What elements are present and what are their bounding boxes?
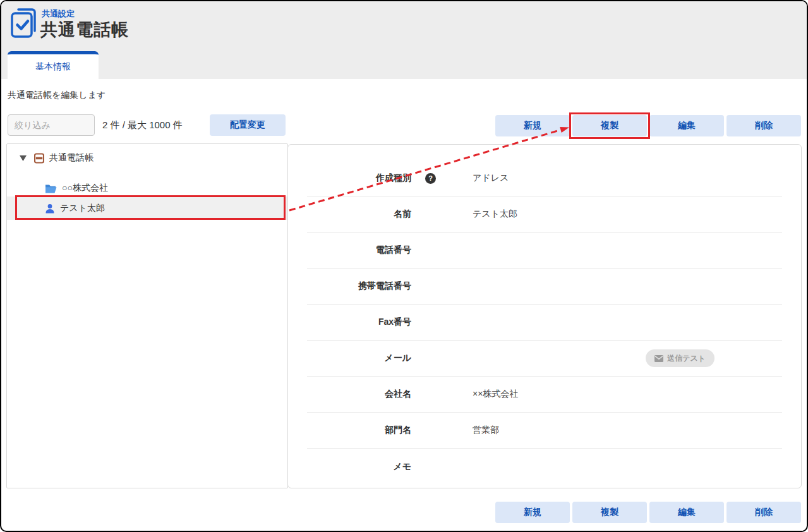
detail-row-fax: Fax番号 [307,305,782,341]
detail-row-mobile: 携帯電話番号 [307,269,782,305]
tree-item-label: ○○株式会社 [62,183,108,194]
caret-down-icon[interactable] [20,155,27,161]
send-test-label: 送信テスト [667,353,706,364]
tree-item-person-selected[interactable]: テスト太郎 [7,196,287,220]
detail-row-phone: 電話番号 [307,233,782,269]
duplicate-button-top[interactable]: 複製 [572,115,647,136]
field-label: 会社名 [307,389,411,400]
field-value: 営業部 [473,425,782,436]
person-icon [45,203,55,214]
detail-row-creation-type: 作成種別 ? アドレス [307,160,782,196]
detail-row-mail: メール 送信テスト [307,341,782,377]
field-label: Fax番号 [307,317,411,328]
field-label: 作成種別 [307,172,411,184]
new-button-top[interactable]: 新規 [495,115,570,136]
field-label: 部門名 [307,425,411,436]
detail-panel: 作成種別 ? アドレス 名前 テスト太郎 電話番号 携帯電話番号 Fax番号 [287,144,802,488]
page-description: 共通電話帳を編集します [8,90,106,101]
tab-label: 基本情報 [35,61,71,73]
delete-button-top[interactable]: 削除 [727,115,801,136]
detail-row-name: 名前 テスト太郎 [307,196,782,233]
filter-input[interactable] [8,114,95,136]
field-label: メモ [307,461,411,473]
detail-row-company: 会社名 ××株式会社 [307,377,782,413]
checklist-document-icon [10,6,38,42]
phonebook-tree-panel: 共通電話帳 ○○株式会社 テスト太郎 [6,143,288,488]
duplicate-button-bottom[interactable]: 複製 [572,502,647,523]
new-button-bottom[interactable]: 新規 [495,502,570,523]
app-window: 共通設定 共通電話帳 基本情報 共通電話帳を編集します 2 件 / 最大 100… [0,0,808,532]
tab-basic-info[interactable]: 基本情報 [8,51,99,79]
edit-button-top[interactable]: 編集 [649,115,724,136]
field-label: 電話番号 [307,245,411,256]
tree-item-root[interactable]: 共通電話帳 [7,150,287,166]
layout-change-button[interactable]: 配置変更 [210,114,286,136]
field-label: 携帯電話番号 [307,281,411,292]
field-label: メール [307,353,411,364]
tree-item-label: テスト太郎 [60,203,105,214]
address-book-icon [34,153,44,164]
tree-item-company[interactable]: ○○株式会社 [7,180,287,196]
page-title: 共通電話帳 [40,18,129,41]
delete-button-bottom[interactable]: 削除 [727,502,801,523]
field-value: アドレス [473,172,782,184]
envelope-icon [654,355,663,362]
send-test-button[interactable]: 送信テスト [646,349,715,367]
field-value: テスト太郎 [473,209,782,220]
help-icon[interactable]: ? [425,173,436,184]
page-header: 共通設定 共通電話帳 基本情報 [1,1,807,79]
detail-row-department: 部門名 営業部 [307,413,782,449]
tree-item-label: 共通電話帳 [49,152,93,164]
edit-button-bottom[interactable]: 編集 [649,502,724,523]
record-count: 2 件 / 最大 1000 件 [102,119,183,131]
field-label: 名前 [307,209,411,220]
folder-icon [45,184,57,193]
detail-row-memo: メモ [307,449,782,485]
field-value: ××株式会社 [473,389,782,400]
